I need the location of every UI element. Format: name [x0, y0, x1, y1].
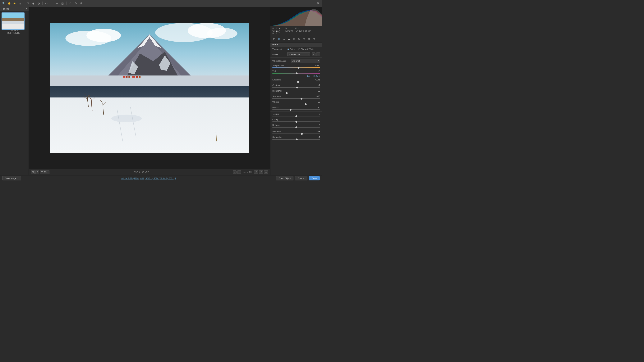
tools-icon-2[interactable]: ⊡ [259, 170, 263, 174]
color-space-info[interactable]: Adobe RGB (1998); 8 bit; 6048 by 4024 (2… [21, 177, 276, 179]
clarity-slider-track[interactable] [272, 121, 320, 122]
g-value: 217 [276, 30, 280, 32]
temperature-slider-track[interactable] [272, 67, 320, 68]
clarity-slider-thumb[interactable] [295, 121, 297, 123]
panel-icon-split[interactable]: ▦ [292, 37, 296, 41]
target-tool[interactable]: ◎ [18, 1, 22, 6]
white-balance-arrow: ▾ [318, 59, 319, 62]
tools-icon-1[interactable]: ⊡ [254, 170, 258, 174]
history-forward-button[interactable]: ↻ [74, 1, 78, 6]
blacks-value: -20 [317, 106, 320, 109]
vibrance-row: Vibrance +15 [270, 130, 322, 135]
zoom-tool[interactable]: 🔍 [2, 1, 6, 6]
texture-slider-thumb[interactable] [295, 115, 297, 117]
export-icon[interactable]: ⇱ [316, 1, 320, 6]
cancel-button[interactable]: Cancel [295, 176, 307, 180]
dot-1 [11, 30, 12, 31]
temperature-slider-thumb[interactable] [298, 67, 300, 69]
rgb-info-section: R: 219 f/8 1/1250 s G: 217 ISO 200 24-12… [270, 26, 322, 36]
vibrance-slider-track[interactable] [272, 133, 320, 134]
panel-icon-lens[interactable]: ⊞ [302, 37, 306, 41]
white-balance-label: White Balance: [272, 60, 290, 62]
prev-image-button[interactable]: ◂ [233, 170, 236, 174]
next-image-button[interactable]: ▸ [237, 170, 241, 174]
panel-icon-effects[interactable]: ⊟ [312, 37, 316, 41]
panel-icon-transform[interactable]: ⊠ [307, 37, 311, 41]
saturation-slider-track[interactable] [272, 139, 320, 140]
panel-icons-row: ⊡ ▦ ▲ ▬ ▦ fx ⊞ ⊠ ⊟ [270, 36, 322, 42]
tint-slider-track[interactable] [272, 73, 320, 73]
tools-icon-3[interactable]: ≡ [264, 170, 268, 174]
tint-value: +5 [318, 70, 320, 72]
contrast-row: Contrast +7 [270, 83, 322, 89]
shadows-slider-thumb[interactable] [300, 98, 302, 100]
highlights-row: Highlights -59 [270, 89, 322, 94]
panel-icon-basic[interactable]: ▦ [277, 37, 281, 41]
delete-tool[interactable]: 🗑 [79, 1, 84, 6]
auto-button[interactable]: Auto [307, 75, 311, 77]
treatment-color-radio[interactable] [287, 48, 289, 50]
hand-tool[interactable]: ✋ [7, 1, 12, 6]
dehaze-slider-thumb[interactable] [295, 126, 297, 128]
dehaze-slider-track[interactable] [272, 127, 320, 128]
treatment-bw-radio[interactable] [298, 48, 300, 50]
radial-filter-tool[interactable]: ○ [50, 1, 54, 6]
treatment-color-option[interactable]: Color [287, 48, 295, 50]
panel-icon-tone[interactable]: ▲ [282, 37, 286, 41]
histogram-svg [270, 7, 322, 26]
crop-tool[interactable]: ⊡ [26, 1, 30, 6]
temperature-value: 5050 [316, 64, 320, 67]
whites-slider-thumb[interactable] [305, 103, 307, 105]
contrast-slider-thumb[interactable] [296, 87, 298, 88]
blacks-slider-thumb[interactable] [290, 109, 292, 111]
highlights-slider-track[interactable] [272, 93, 320, 93]
panel-icon-hsl[interactable]: ▬ [287, 37, 291, 41]
filmstrip-content: DSC_0105.NEF [0, 11, 28, 36]
view-mode-icon-2[interactable]: ⊟ [36, 170, 39, 174]
shadows-slider-track[interactable] [272, 98, 320, 99]
highlights-slider-thumb[interactable] [286, 92, 288, 94]
done-button[interactable]: Done [309, 176, 320, 180]
white-balance-tool[interactable]: ⚡ [12, 1, 17, 6]
whites-slider-track[interactable] [272, 104, 320, 104]
texture-slider-track[interactable] [272, 116, 320, 116]
range-mask-tool[interactable]: ▤ [60, 1, 65, 6]
basic-section-header[interactable]: Basic ▲ [270, 42, 322, 47]
svg-point-2 [86, 28, 121, 42]
adjustments-panel: Basic ▲ Treatment: Color Black & White P… [270, 42, 322, 141]
zoom-dropdown-arrow: ▾ [47, 171, 48, 173]
profile-grid-icon[interactable]: ⊞ [312, 52, 316, 56]
treatment-bw-option[interactable]: Black & White [298, 48, 314, 50]
zoom-dropdown[interactable]: 39.7% ▾ [40, 170, 50, 174]
panel-icon-detail[interactable]: fx [297, 37, 301, 41]
svg-rect-18 [139, 76, 140, 77]
saturation-slider-thumb[interactable] [296, 138, 298, 140]
brush-tool[interactable]: ✏ [55, 1, 60, 6]
basic-title: Basic [272, 43, 278, 46]
view-mode-icon-1[interactable]: ⊡ [31, 170, 35, 174]
vibrance-slider-thumb[interactable] [301, 133, 303, 135]
clarity-row: Clarity 0 [270, 118, 322, 123]
history-back-button[interactable]: ↺ [68, 1, 73, 6]
contrast-slider-track[interactable] [272, 87, 320, 88]
spot-tool[interactable]: ◉ [31, 1, 36, 6]
white-balance-select[interactable]: As Shot ▾ [291, 59, 320, 63]
treatment-color-label: Color [290, 48, 295, 50]
save-image-button[interactable]: Save Image... [2, 176, 21, 180]
open-object-button[interactable]: Open Object [276, 176, 294, 180]
filmstrip-menu-icon[interactable]: ≡ [26, 8, 27, 10]
blacks-row: Blacks -20 [270, 105, 322, 111]
profile-list-icon[interactable]: ≡ [316, 52, 320, 56]
blacks-slider-track[interactable] [272, 109, 320, 110]
filmstrip-thumbnail[interactable] [2, 12, 24, 30]
default-button[interactable]: Default [314, 75, 320, 77]
profile-select[interactable]: Adobe Color ▾ [287, 52, 310, 56]
redeye-tool[interactable]: ◑ [36, 1, 41, 6]
exposure-slider-thumb[interactable] [297, 81, 299, 83]
graduated-filter-tool[interactable]: ▭ [44, 1, 49, 6]
panel-icon-histogram[interactable]: ⊡ [272, 37, 276, 41]
svg-rect-16 [132, 76, 135, 77]
right-panel: R: 219 f/8 1/1250 s G: 217 ISO 200 24-12… [270, 7, 322, 175]
exposure-slider-track[interactable] [272, 82, 320, 82]
tint-slider-thumb[interactable] [296, 72, 298, 74]
